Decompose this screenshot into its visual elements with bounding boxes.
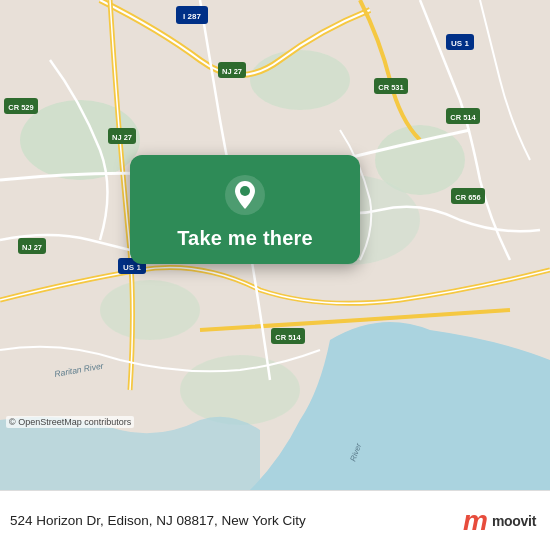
take-me-there-label: Take me there (177, 227, 313, 250)
moovit-wordmark: moovit (492, 513, 536, 529)
moovit-logo: m moovit (463, 507, 536, 535)
svg-text:CR 514: CR 514 (275, 333, 301, 342)
svg-point-6 (180, 355, 300, 425)
svg-point-32 (240, 186, 250, 196)
moovit-m-letter: m (463, 507, 488, 535)
svg-text:US 1: US 1 (123, 263, 141, 272)
location-pin-icon (223, 173, 267, 217)
svg-point-5 (100, 280, 200, 340)
copyright-text: © OpenStreetMap contributors (6, 416, 134, 428)
address-text: 524 Horizon Dr, Edison, NJ 08817, New Yo… (10, 513, 463, 528)
take-me-there-card[interactable]: Take me there (130, 155, 360, 264)
svg-text:NJ 27: NJ 27 (222, 67, 242, 76)
svg-text:NJ 27: NJ 27 (112, 133, 132, 142)
bottom-bar: 524 Horizon Dr, Edison, NJ 08817, New Yo… (0, 490, 550, 550)
svg-text:NJ 27: NJ 27 (22, 243, 42, 252)
map-container: I 287 US 1 CR 531 CR 514 CR 529 NJ 27 NJ… (0, 0, 550, 490)
svg-text:CR 529: CR 529 (8, 103, 33, 112)
svg-text:I 287: I 287 (183, 12, 201, 21)
svg-text:CR 514: CR 514 (450, 113, 476, 122)
svg-text:US 1: US 1 (451, 39, 469, 48)
svg-text:CR 656: CR 656 (455, 193, 480, 202)
svg-point-2 (250, 50, 350, 110)
svg-text:CR 531: CR 531 (378, 83, 403, 92)
